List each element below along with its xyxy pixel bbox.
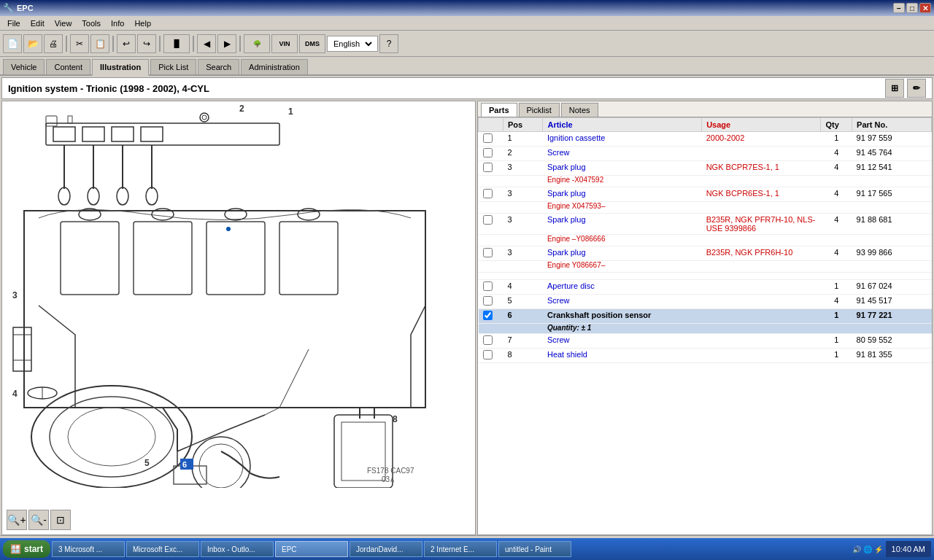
open-button[interactable]: 📂 [23, 34, 42, 53]
engine-diagram: 1 2 3 4 5 7 8 6 FS178 CAC97 03∧ [2, 101, 462, 488]
table-row[interactable]: 7 Screw 1 80 59 552 [479, 334, 932, 349]
table-row[interactable]: 3 Spark plug B235R, NGK PFR6H-10 4 93 99… [479, 246, 932, 261]
svg-text:5: 5 [144, 458, 150, 468]
tab-search[interactable]: Search [198, 59, 239, 74]
maximize-button[interactable]: □ [906, 3, 918, 13]
taskbar-item-paint[interactable]: untitled - Paint [498, 541, 571, 557]
tree-button[interactable]: 🌳 [244, 34, 270, 53]
app-icon: 🔧 [3, 3, 14, 13]
row-partno: 91 97 559 [852, 132, 932, 147]
sep5 [239, 36, 241, 52]
taskbar-item-microsoft[interactable]: 3 Microsoft ... [52, 541, 125, 557]
table-row-sub: Engine X047593– [479, 202, 932, 214]
taskbar-icons: 🔊 🌐 ⚡ [852, 545, 883, 553]
tab-administration[interactable]: Administration [241, 59, 308, 74]
table-row[interactable]: 4 Aperture disc 1 91 67 024 [479, 280, 932, 295]
table-row[interactable]: 5 Screw 4 91 45 517 [479, 295, 932, 309]
svg-text:3: 3 [12, 290, 18, 300]
col-qty: Qty [821, 118, 852, 132]
col-article: Article [543, 118, 702, 132]
tab-picklist[interactable]: Pick List [150, 59, 196, 74]
forward-button[interactable]: ▶ [217, 34, 236, 53]
undo-button[interactable]: ↩ [117, 34, 136, 53]
edit-icon[interactable]: ✏ [907, 79, 926, 98]
fit-button[interactable]: ⊡ [50, 510, 71, 530]
tab-illustration[interactable]: Illustration [92, 59, 149, 76]
taskbar-item-excel[interactable]: Microsoft Exc... [126, 541, 199, 557]
table-row[interactable]: 3 Spark plug NGK BCPR6ES-1, 1 4 91 17 56… [479, 187, 932, 202]
col-pos: Pos [503, 118, 543, 132]
sep4 [193, 36, 194, 52]
row-usage: 2000-2002 [702, 132, 821, 147]
close-button[interactable]: ✕ [919, 3, 931, 13]
diagram-area: 1 2 3 4 5 7 8 6 FS178 CAC97 03∧ [2, 101, 475, 505]
table-row[interactable]: 2 Screw 4 91 45 764 [479, 147, 932, 161]
table-row[interactable]: 3 Spark plug B235R, NGK PFR7H-10, NLS-US… [479, 214, 932, 235]
col-cb [479, 118, 503, 132]
col-partno: Part No. [852, 118, 932, 132]
table-row-sub: Engine -X047592 [479, 176, 932, 187]
table-row-sub: Engine –Y086666 [479, 235, 932, 246]
print-button[interactable]: 🖨 [44, 34, 63, 53]
menu-file[interactable]: File [3, 18, 25, 29]
row-article: Ignition cassette [543, 132, 702, 147]
copy-button[interactable]: 📋 [90, 34, 109, 53]
parts-tab-parts[interactable]: Parts [481, 103, 517, 117]
expand-icon[interactable]: ⊞ [885, 79, 904, 98]
minimize-button[interactable]: − [893, 3, 905, 13]
dms-button[interactable]: DMS [299, 34, 325, 53]
parts-tab-notes[interactable]: Notes [561, 103, 598, 117]
start-icon: 🪟 [10, 544, 21, 554]
cut-button[interactable]: ✂ [70, 34, 89, 53]
table-row[interactable]: 6 Crankshaft position sensor 1 91 77 221 [479, 309, 932, 324]
page-title-icons: ⊞ ✏ [885, 79, 926, 98]
svg-text:2: 2 [239, 104, 244, 114]
zoom-out-button[interactable]: 🔍- [28, 510, 49, 530]
taskbar-right: 🔊 🌐 ⚡ 10:40 AM [852, 541, 931, 557]
page-title: Ignition system - Trionic (1998 - 2002),… [8, 83, 209, 94]
menu-view[interactable]: View [50, 18, 77, 29]
sep1 [66, 36, 67, 52]
main-tabs: Vehicle Content Illustration Pick List S… [0, 57, 934, 76]
zoom-in-button[interactable]: 🔍+ [7, 510, 27, 530]
table-row-quantity: Quantity: ± 1 [479, 324, 932, 334]
filter-button[interactable]: ▐▌ [163, 34, 190, 53]
table-row[interactable]: 1 Ignition cassette 2000-2002 1 91 97 55… [479, 132, 932, 147]
new-button[interactable]: 📄 [3, 34, 22, 53]
taskbar-item-jordan[interactable]: JordanDavid... [350, 541, 422, 557]
parts-table: Pos Article Usage Qty Part No. 1 Ignitio… [478, 117, 932, 363]
svg-text:8: 8 [393, 414, 398, 424]
language-select[interactable]: English German French [331, 39, 374, 49]
row-checkbox[interactable] [479, 132, 503, 147]
table-row[interactable]: 8 Heat shield 1 91 81 355 [479, 349, 932, 363]
start-button[interactable]: 🪟 start [3, 540, 50, 558]
back-button[interactable]: ◀ [197, 34, 216, 53]
row-qty: 1 [821, 132, 852, 147]
parts-tab-picklist[interactable]: Picklist [519, 103, 560, 117]
table-row[interactable]: 3 Spark plug NGK BCPR7ES-1, 1 4 91 12 54… [479, 161, 932, 176]
vin-button[interactable]: VIN [271, 34, 298, 53]
title-bar-controls: − □ ✕ [893, 3, 931, 13]
taskbar-item-epc[interactable]: EPC [275, 541, 348, 557]
menu-info[interactable]: Info [107, 18, 128, 29]
tab-content[interactable]: Content [46, 59, 90, 74]
language-dropdown[interactable]: English German French [327, 36, 378, 52]
taskbar-item-ie[interactable]: 2 Internet E... [424, 541, 497, 557]
menu-bar: File Edit View Tools Info Help [0, 16, 934, 31]
redo-button[interactable]: ↪ [137, 34, 156, 53]
title-bar-left: 🔧 EPC [3, 3, 34, 13]
page-title-bar: Ignition system - Trionic (1998 - 2002),… [1, 77, 933, 99]
illustration-panel: 1 2 3 4 5 7 8 6 FS178 CAC97 03∧ 🔍+ 🔍- [1, 101, 476, 535]
tab-vehicle[interactable]: Vehicle [3, 59, 45, 74]
menu-tools[interactable]: Tools [77, 18, 105, 29]
start-label: start [24, 544, 43, 554]
svg-point-41 [226, 227, 231, 231]
window-title: EPC [17, 4, 34, 12]
menu-help[interactable]: Help [130, 18, 155, 29]
menu-edit[interactable]: Edit [26, 18, 49, 29]
help-button[interactable]: ? [379, 34, 398, 53]
parts-table-wrap[interactable]: Pos Article Usage Qty Part No. 1 Ignitio… [478, 117, 932, 534]
title-bar: 🔧 EPC − □ ✕ [0, 0, 934, 16]
taskbar-item-outlook[interactable]: Inbox - Outlo... [201, 541, 274, 557]
sep2 [112, 36, 114, 52]
